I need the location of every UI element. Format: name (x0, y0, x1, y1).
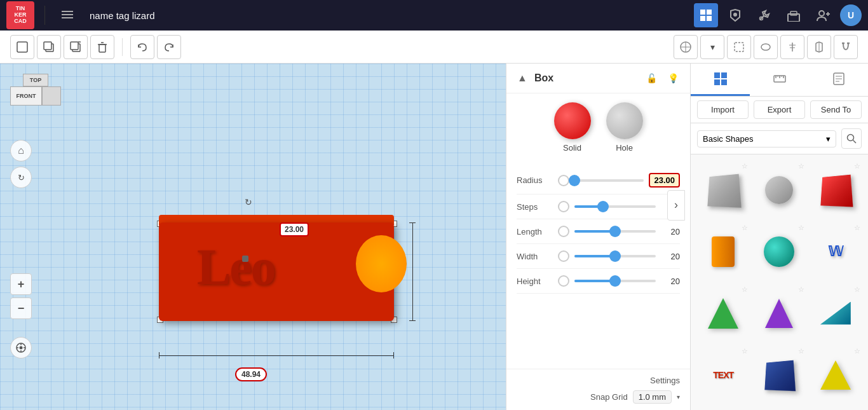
favorite-star[interactable]: ☆ (798, 224, 804, 232)
add-person-button[interactable] (811, 3, 835, 27)
length-slider[interactable] (574, 230, 656, 233)
radius-value-input[interactable]: 23.00 (649, 173, 680, 188)
oval-select-button[interactable] (754, 35, 778, 59)
favorite-star[interactable]: ☆ (854, 347, 860, 355)
grey-cylinder-shape (765, 176, 793, 204)
shape-item-purple-cone[interactable]: ☆ (752, 283, 806, 343)
width-radio[interactable] (558, 250, 569, 262)
favorite-star[interactable]: ☆ (854, 224, 860, 232)
shape-item-blue-text[interactable]: ☆ 𝕎 (808, 221, 863, 282)
svg-rect-41 (721, 72, 727, 78)
rotate-handle[interactable]: ↻ (245, 197, 252, 207)
zoom-out-button[interactable]: − (10, 297, 32, 319)
main-area: TOP FRONT ⌂ ↻ + − ↻ (0, 64, 868, 410)
red-box-shape (820, 174, 853, 207)
panel-light-button[interactable]: 💡 (665, 70, 681, 86)
hole-type-button[interactable]: Hole (606, 102, 643, 153)
favorite-star[interactable]: ☆ (742, 162, 748, 170)
radius-radio[interactable] (558, 175, 569, 186)
panel-footer: Settings Snap Grid 1.0 mm ▾ (506, 369, 690, 410)
settings-button[interactable]: Settings (517, 376, 680, 385)
favorite-star[interactable]: ☆ (742, 285, 748, 294)
shapes-grid-tab[interactable] (691, 64, 750, 96)
workplane-dropdown[interactable]: ▾ (700, 35, 724, 59)
grey-box-shape (708, 174, 742, 207)
avatar[interactable]: U (840, 4, 862, 26)
purple-cone-shape (765, 299, 793, 328)
side-ellipse[interactable] (356, 235, 407, 292)
shape-item-teal-wedge[interactable]: ☆ (808, 283, 863, 343)
panel-collapse-button[interactable]: ▲ (515, 71, 529, 85)
width-slider[interactable] (574, 255, 656, 257)
shapes-header-tabs (691, 64, 868, 97)
ruler-tab[interactable] (750, 64, 809, 96)
steps-row: Steps 10 (517, 195, 680, 219)
panel-toggle-arrow[interactable]: › (667, 190, 685, 221)
cube-front-label: FRONT (10, 86, 42, 106)
workplane-button[interactable] (674, 35, 698, 59)
svg-rect-42 (714, 79, 720, 85)
height-slider[interactable] (574, 280, 656, 282)
height-dimension-label[interactable]: 23.00 (280, 222, 309, 236)
panel-lock-button[interactable]: 🔓 (643, 70, 660, 86)
view-cube[interactable]: TOP FRONT (10, 74, 61, 125)
duplicate-button[interactable] (64, 35, 88, 59)
width-dimension-label[interactable]: 48.94 (235, 367, 267, 381)
project-list-button[interactable] (55, 3, 79, 27)
name-tag-3d-object[interactable]: ↻ Leo 48.94 (127, 210, 394, 337)
favorite-star[interactable]: ☆ (742, 347, 748, 355)
home-view-button[interactable]: ⌂ (10, 140, 32, 161)
steps-radio[interactable] (558, 201, 569, 212)
shape-item-teal-sphere[interactable]: ☆ (752, 221, 806, 282)
favorite-star[interactable]: ☆ (798, 162, 804, 170)
align-button[interactable] (780, 35, 804, 59)
redo-button[interactable] (157, 35, 181, 59)
width-value: 20 (661, 252, 680, 261)
favorite-star[interactable]: ☆ (798, 285, 804, 294)
radius-slider[interactable] (574, 179, 644, 182)
zoom-in-button[interactable]: + (10, 273, 32, 295)
copy-button[interactable] (37, 35, 61, 59)
new-shape-button[interactable] (10, 35, 34, 59)
solid-type-button[interactable]: Solid (554, 102, 591, 153)
tools-button[interactable] (752, 3, 776, 27)
hole-icon (606, 102, 643, 139)
export-button[interactable]: Export (754, 100, 805, 119)
rect-select-button[interactable] (727, 35, 751, 59)
shape-item-yellow-pyramid[interactable]: ☆ (808, 345, 863, 405)
import-button[interactable]: Import (697, 100, 749, 119)
solid-label: Solid (563, 143, 581, 153)
length-radio[interactable] (558, 226, 569, 237)
grid-view-button[interactable] (694, 3, 718, 27)
shape-item-grey-box[interactable]: ☆ (696, 160, 750, 220)
shape-item-grey-cylinder[interactable]: ☆ (752, 160, 806, 220)
magnet-button[interactable] (834, 35, 858, 59)
shapes-search-button[interactable] (841, 128, 862, 149)
steps-slider[interactable] (574, 205, 656, 208)
favorite-star[interactable]: ☆ (854, 162, 860, 170)
favorite-star[interactable]: ☆ (798, 347, 804, 355)
snap-grid-row: Snap Grid 1.0 mm ▾ (517, 390, 680, 404)
delete-button[interactable] (90, 35, 114, 59)
shapes-toolbar: Basic Shapes ▾ (691, 123, 868, 154)
shapes-category-dropdown[interactable]: Basic Shapes ▾ (697, 130, 836, 147)
lessons-button[interactable] (723, 3, 747, 27)
shape-item-navy-box[interactable]: ☆ (752, 345, 806, 405)
send-to-button[interactable]: Send To (810, 100, 862, 119)
shape-item-orange-cylinder[interactable]: ☆ (696, 221, 750, 282)
height-radio[interactable] (558, 275, 569, 287)
canvas-area[interactable]: TOP FRONT ⌂ ↻ + − ↻ (0, 64, 506, 410)
favorite-star[interactable]: ☆ (742, 224, 748, 232)
orient-button[interactable] (10, 337, 32, 359)
orbit-button[interactable]: ↻ (10, 167, 32, 188)
snap-grid-dropdown[interactable]: ▾ (677, 393, 680, 400)
undo-button[interactable] (130, 35, 154, 59)
notes-tab[interactable] (809, 64, 868, 96)
components-button[interactable] (782, 3, 806, 27)
shape-item-green-pyramid[interactable]: ☆ (696, 283, 750, 343)
shape-item-red-box[interactable]: ☆ (808, 160, 863, 220)
favorite-star[interactable]: ☆ (854, 285, 860, 294)
flip-button[interactable] (807, 35, 831, 59)
shape-item-text-3d[interactable]: ☆ TEXT (696, 345, 750, 405)
snap-grid-value[interactable]: 1.0 mm (633, 390, 672, 404)
